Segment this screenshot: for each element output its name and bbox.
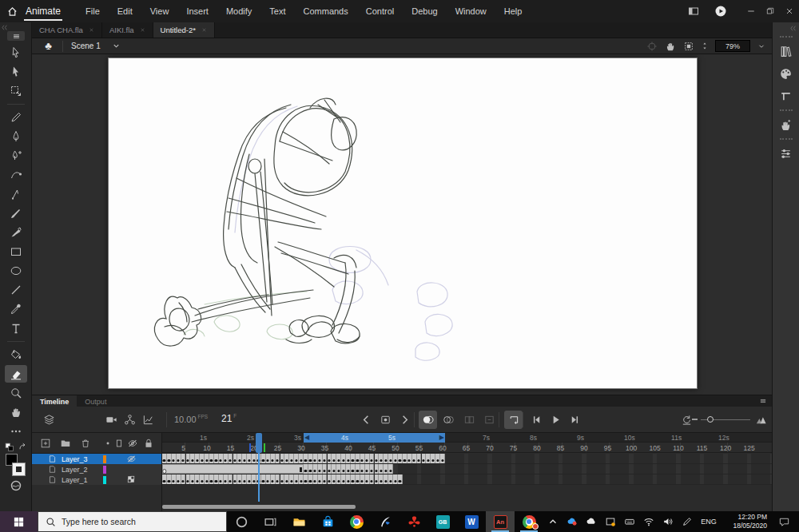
tray-creative-cloud[interactable] — [562, 516, 582, 527]
panel-color-button[interactable] — [776, 64, 797, 83]
taskbar-chrome-profile[interactable] — [515, 511, 543, 532]
free-transform-tool[interactable] — [5, 82, 27, 100]
keyframe[interactable] — [398, 474, 403, 484]
action-center-button[interactable] — [769, 516, 799, 528]
menu-view[interactable]: View — [141, 6, 178, 16]
close-tab-icon[interactable] — [140, 27, 145, 33]
document-tab[interactable]: AIKI.fla — [102, 22, 153, 38]
swap-colors-icon[interactable] — [18, 443, 27, 452]
taskbar-acrobat[interactable] — [400, 511, 428, 532]
menu-commands[interactable]: Commands — [295, 6, 357, 16]
collapse-panel-icon[interactable] — [1, 24, 8, 31]
rectangle-tool[interactable] — [5, 243, 27, 260]
tray-tray-expand[interactable] — [543, 516, 562, 527]
graph-editor-button[interactable] — [139, 411, 157, 429]
frame-row-layer_1[interactable] — [162, 474, 772, 485]
start-button[interactable] — [0, 511, 38, 532]
selection-tool[interactable] — [5, 44, 27, 62]
eyedropper-tool[interactable] — [5, 300, 27, 318]
onion-end-marker[interactable] — [264, 443, 265, 452]
layer-color-chip[interactable] — [103, 476, 106, 484]
play-button[interactable] — [547, 411, 565, 429]
timeline-frame-ruler[interactable]: 5101520253035404550556065707580859095100… — [162, 443, 772, 453]
more-tools-tool[interactable] — [5, 423, 27, 440]
minimize-button[interactable] — [741, 0, 761, 22]
taskbar-task-view[interactable] — [256, 511, 284, 532]
range-start-arrow-icon[interactable]: ◀ — [304, 433, 309, 443]
zoom-stepper[interactable] — [702, 42, 708, 50]
visibility-icon[interactable] — [127, 438, 138, 449]
publish-play-icon[interactable] — [714, 5, 727, 18]
language-indicator[interactable]: ENG — [697, 518, 721, 526]
document-tab[interactable]: Untitled-2* — [153, 22, 215, 38]
clock[interactable]: 12:20 PM 18/05/2020 — [721, 513, 769, 530]
layer-row[interactable]: Layer_1 — [32, 474, 161, 485]
taskbar-gb-app[interactable]: GB — [428, 511, 457, 532]
layers-panel-button[interactable] — [40, 411, 58, 429]
taskbar-snip-sketch[interactable] — [371, 511, 400, 532]
close-tab-icon[interactable] — [201, 27, 207, 33]
current-frame-display[interactable]: 21F — [221, 413, 237, 424]
next-keyframe-button[interactable] — [396, 411, 414, 429]
panel-menu-icon[interactable] — [758, 397, 768, 405]
frame-span[interactable] — [162, 464, 304, 474]
menu-debug[interactable]: Debug — [403, 6, 446, 16]
range-end-arrow-icon[interactable]: ▶ — [439, 433, 444, 443]
chevron-down-icon[interactable] — [112, 42, 121, 50]
step-forward-button[interactable] — [566, 411, 584, 429]
clip-content-icon[interactable] — [683, 41, 694, 52]
panel-asset-warp-button[interactable] — [776, 115, 797, 134]
pen-tool[interactable] — [5, 128, 27, 145]
taskbar-word[interactable]: W — [457, 511, 486, 532]
timeline-zoom-slider[interactable] — [692, 411, 750, 428]
playhead-line[interactable] — [258, 453, 260, 502]
layer-parenting-button[interactable] — [121, 411, 139, 429]
menu-help[interactable]: Help — [495, 6, 531, 16]
timeline-tab-timeline[interactable]: Timeline — [32, 395, 77, 407]
document-tab[interactable]: CHA CHA.fla — [32, 22, 102, 38]
scene-name[interactable]: Scene 1 — [71, 42, 101, 50]
lock-icon[interactable] — [143, 438, 154, 449]
center-stage-icon[interactable] — [646, 41, 658, 52]
timeline-horizontal-scrollbar[interactable] — [162, 505, 356, 509]
frame-row-layer_3[interactable] — [162, 454, 772, 464]
tray-windows-ink[interactable] — [678, 516, 697, 527]
outline-icon[interactable] — [113, 438, 125, 449]
highlight-icon[interactable] — [102, 438, 113, 449]
zoom-level-input[interactable]: 79% — [715, 40, 750, 52]
tray-onedrive[interactable] — [582, 516, 601, 527]
onion-start-marker[interactable] — [249, 443, 251, 452]
panel-adjust-button[interactable] — [776, 144, 797, 163]
tray-wifi[interactable] — [639, 516, 658, 527]
prev-keyframe-button[interactable] — [357, 411, 376, 429]
symbol-clover-icon[interactable]: ♣ — [42, 40, 54, 52]
menu-edit[interactable]: Edit — [109, 6, 141, 16]
new-folder-icon[interactable] — [60, 438, 71, 449]
pasteboard[interactable] — [32, 54, 772, 395]
menu-modify[interactable]: Modify — [217, 6, 260, 16]
text-tool[interactable] — [5, 320, 27, 337]
keyframe[interactable] — [388, 464, 393, 474]
taskbar-chrome[interactable] — [342, 511, 371, 532]
paint-brush-tool[interactable] — [5, 224, 27, 241]
tray-camera-device[interactable] — [620, 516, 639, 527]
close-tab-icon[interactable] — [89, 27, 94, 33]
selected-frame-range[interactable]: ◀▶4s5s — [304, 433, 445, 443]
layer-hidden-icon[interactable] — [126, 454, 137, 464]
layer-row[interactable]: Layer_2 — [32, 464, 161, 474]
taskbar-file-explorer[interactable] — [284, 511, 313, 532]
layer-outline-icon[interactable] — [126, 474, 136, 484]
timeline-tab-output[interactable]: Output — [77, 395, 114, 407]
stroke-color-swatch[interactable] — [13, 463, 25, 475]
menu-control[interactable]: Control — [357, 6, 403, 16]
subselection-tool[interactable] — [5, 63, 27, 81]
edit-multiple-frames-button[interactable] — [460, 411, 479, 429]
zoom-tool[interactable] — [5, 384, 27, 402]
playhead-handle[interactable] — [256, 433, 262, 453]
pen-add-tool[interactable] — [5, 147, 27, 165]
line-tool[interactable] — [5, 281, 27, 299]
panel-properties-button[interactable] — [776, 86, 797, 105]
fps-display[interactable]: 10.00FPS — [174, 414, 208, 424]
menu-window[interactable]: Window — [447, 6, 495, 16]
frame-picker-button[interactable] — [480, 411, 499, 429]
